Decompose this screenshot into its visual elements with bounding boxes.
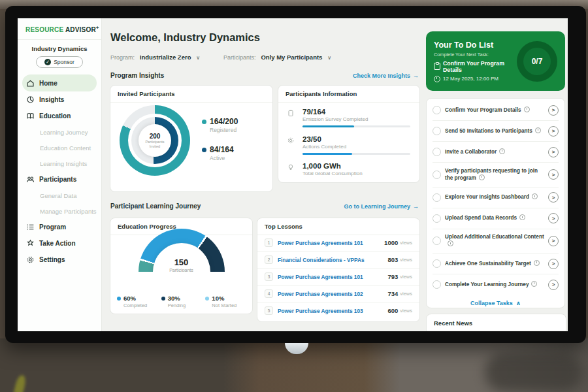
collapse-tasks-label: Collapse Tasks [470,300,513,306]
sidebar-item-education[interactable]: Education [18,108,101,124]
task-checkbox[interactable] [433,214,441,223]
chevron-right-icon[interactable]: > [548,213,559,223]
task-row[interactable]: Upload Spend Data Records > [433,208,559,229]
sidebar-item-program[interactable]: Program [18,219,101,235]
chevron-right-icon[interactable]: > [548,236,559,246]
sidebar-item-general-data[interactable]: General Data [18,188,101,203]
chevron-right-icon[interactable]: > [548,169,559,180]
lesson-link[interactable]: Power Purchase Agreements 101 [278,240,384,246]
sidebar-item-label: Education [39,112,71,120]
sidebar: RESOURCE ADVISOR+ Industry Dynamics ✓ Sp… [18,18,102,331]
task-row[interactable]: Achieve One Sustainability Target > [433,253,559,274]
task-label: Verify participants requesting to join t… [445,168,538,181]
task-row[interactable]: Upload Additional Educational Content > [433,229,559,254]
page-title: Welcome, Industry Dynamics [110,31,260,44]
task-row[interactable]: Confirm Your Program Details > [433,100,559,121]
invited-total: 200 [150,133,161,140]
lesson-row: 3 Power Purchase Agreements 101 793 view… [257,269,419,286]
sidebar-item-home[interactable]: Home [22,74,97,91]
right-column: Your To Do List Complete Your Next Task:… [426,18,566,331]
not-started-pct: 10% [212,295,224,302]
sidebar-item-settings[interactable]: Settings [18,252,101,268]
card-title: Top Lessons [257,218,419,235]
chevron-right-icon[interactable]: > [548,259,559,269]
check-more-insights-link[interactable]: Check More Insights→ [353,73,419,79]
invited-donut-outer: 200 Participants Invited [120,105,190,176]
logo-plus: + [96,25,99,31]
program-filter-label: Program: [110,54,135,61]
chevron-right-icon[interactable]: > [548,192,559,203]
task-checkbox[interactable] [433,259,441,268]
people-icon [26,175,35,184]
sidebar-item-label: Manage Participants [40,208,97,215]
clock-icon [479,174,485,180]
clipboard-check-icon [434,63,440,70]
todo-subtitle: Complete Your Next Task: [434,52,517,57]
link-label: Go to Learning Journey [344,203,410,210]
sidebar-item-education-content[interactable]: Education Content [18,140,101,155]
todo-next-task: Confirm Your Program Details [434,60,517,73]
main-content: Welcome, Industry Dynamics Program: Indu… [101,18,426,331]
sidebar-item-insights[interactable]: Insights [18,91,101,108]
lesson-rank: 5 [265,306,273,315]
task-label: Complete Your Learning Journey [445,282,529,287]
lesson-link[interactable]: Power Purchase Agreements 102 [278,291,387,297]
sidebar-item-label: Home [39,80,57,87]
chevron-down-icon: ∨ [196,55,200,61]
program-filter[interactable]: Program: Industrialize Zero ∨ [110,54,200,61]
background-shadow [485,353,583,392]
legend-dot [202,120,206,124]
chevron-right-icon[interactable]: > [548,147,559,157]
not-started-label: Not Started [212,302,250,308]
lesson-views-suffix: views [400,257,412,263]
task-label: Explore Your Insights Dashboard [445,194,529,200]
lesson-rank: 4 [265,289,273,298]
lesson-link[interactable]: Power Purchase Agreements 103 [278,308,387,314]
sidebar-item-learning-insights[interactable]: Learning Insights [18,155,101,171]
photo-stage: RESOURCE ADVISOR+ Industry Dynamics ✓ Sp… [0,0,588,392]
lesson-row: 1 Power Purchase Agreements 101 1000 vie… [257,235,419,252]
task-row[interactable]: Invite a Collaborator > [433,142,559,163]
invited-donut-inner: 200 Participants Invited [131,117,178,164]
recent-news-title: Recent News [427,314,566,331]
section-title-learning-journey: Participant Learning Journey [110,203,201,210]
task-checkbox[interactable] [433,106,441,114]
clock-icon [448,240,453,246]
todo-progress-value: 0/7 [532,57,543,66]
task-label: Upload Spend Data Records [445,215,517,221]
chevron-right-icon[interactable]: > [548,126,559,137]
task-checkbox[interactable] [433,237,441,245]
task-checkbox[interactable] [433,127,441,135]
task-checkbox[interactable] [433,148,441,156]
task-row[interactable]: Verify participants requesting to join t… [433,163,559,188]
gear-icon [26,255,35,264]
participants-filter[interactable]: Participants: Only My Participants ∨ [223,54,331,61]
task-row[interactable]: Complete Your Learning Journey > [433,274,559,295]
task-row[interactable]: Send 50 Invitations to Participants > [433,121,559,142]
clock-icon [499,148,505,154]
lesson-views: 600 [387,307,398,314]
lesson-link[interactable]: Power Purchase Agreements 101 [278,274,387,280]
go-to-learning-journey-link[interactable]: Go to Learning Journey→ [344,203,419,210]
lesson-row: 4 Power Purchase Agreements 102 734 view… [257,286,419,302]
task-checkbox[interactable] [433,280,441,289]
chevron-right-icon[interactable]: > [548,105,559,116]
lesson-link[interactable]: Financial Considerations - VPPAs [278,257,387,263]
sidebar-item-take-action[interactable]: Take Action [18,235,101,252]
collapse-tasks-link[interactable]: Collapse Tasks ∧ [433,295,559,309]
sidebar-item-label: Participants [39,176,76,183]
task-label: Achieve One Sustainability Target [445,261,531,267]
task-checkbox[interactable] [433,171,441,179]
invited-participants-card: Invited Participants 200 Participants In… [110,85,273,192]
task-checkbox[interactable] [433,193,441,202]
lesson-row: 5 Power Purchase Agreements 103 600 view… [257,302,419,319]
section-title-program-insights: Program Insights [110,72,164,79]
emission-label: Emission Survey Completed [302,116,410,122]
chevron-right-icon[interactable]: > [548,280,559,290]
arrow-right-icon: → [413,203,419,210]
task-row[interactable]: Explore Your Insights Dashboard > [433,188,559,208]
sidebar-item-participants[interactable]: Participants [18,171,101,188]
sidebar-item-manage-participants[interactable]: Manage Participants [18,203,101,219]
sidebar-item-learning-journey[interactable]: Learning Journey [18,124,101,140]
task-label: Send 50 Invitations to Participants [445,128,532,134]
